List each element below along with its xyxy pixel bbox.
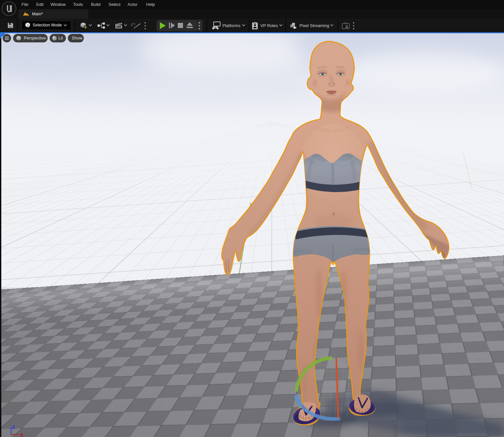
svg-text:Z: Z: [12, 424, 15, 430]
svg-text:Y: Y: [13, 436, 16, 437]
svg-text:X: X: [20, 432, 23, 437]
